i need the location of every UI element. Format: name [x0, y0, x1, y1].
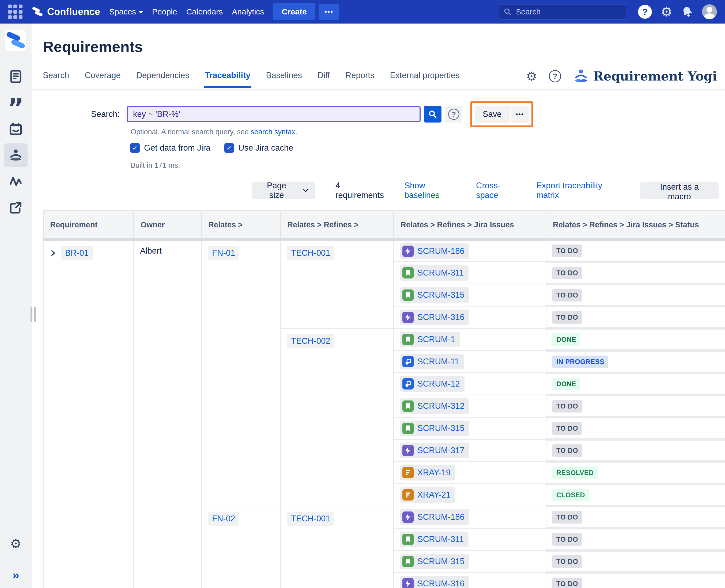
jira-issue-link[interactable]: SCRUM-12: [400, 376, 464, 392]
expand-sidebar-icon[interactable]: »: [12, 569, 19, 581]
activity-icon[interactable]: [4, 170, 27, 193]
nav-spaces[interactable]: Spaces: [109, 7, 143, 16]
jira-issue-link[interactable]: SCRUM-315: [400, 554, 469, 569]
external-link-icon[interactable]: [4, 196, 27, 219]
calendar-icon[interactable]: [4, 117, 27, 141]
jira-issue-link[interactable]: XRAY-19: [400, 465, 456, 480]
refines-link[interactable]: TECH-001: [287, 246, 335, 260]
requirements-count: 4 requirements: [336, 181, 390, 200]
refines-link[interactable]: TECH-002: [287, 334, 335, 348]
jira-issue-cell: SCRUM-315: [394, 550, 546, 573]
column-header: Relates >: [202, 211, 281, 240]
status-badge: TO DO: [552, 555, 582, 568]
page-size-dropdown[interactable]: Page size: [252, 182, 315, 199]
search-label: Search:: [91, 109, 120, 119]
save-more-button[interactable]: •••: [511, 106, 529, 123]
tab-dependencies[interactable]: Dependencies: [136, 71, 189, 87]
cross-space-link[interactable]: Cross-space: [476, 181, 522, 200]
search-syntax-link[interactable]: search syntax: [250, 128, 295, 136]
create-button[interactable]: Create: [273, 3, 315, 20]
status-cell: CLOSED: [546, 484, 725, 506]
jira-issue-link[interactable]: SCRUM-311: [400, 265, 468, 281]
confluence-space-icon[interactable]: [5, 30, 26, 51]
jira-issue-link[interactable]: SCRUM-315: [400, 287, 469, 303]
column-header: Relates > Refines > Jira Issues > Status: [546, 211, 725, 240]
status-cell: DONE: [546, 329, 725, 351]
jira-issue-link[interactable]: SCRUM-317: [400, 443, 469, 458]
tab-search[interactable]: Search: [43, 71, 69, 87]
brand-name: Requirement Yogi: [593, 69, 717, 83]
show-baselines-link[interactable]: Show baselines: [404, 181, 462, 200]
jira-issue-link[interactable]: SCRUM-186: [400, 244, 469, 259]
top-navigation-bar: Confluence Spaces People Calendars Analy…: [0, 0, 725, 24]
tab-coverage[interactable]: Coverage: [85, 71, 120, 87]
global-search-input[interactable]: [516, 7, 621, 17]
build-time: Built in 171 ms.: [130, 161, 725, 170]
status-cell: TO DO: [546, 284, 725, 306]
epic-icon: [402, 246, 414, 257]
app-grid-icon[interactable]: [8, 4, 22, 19]
jira-issue-link[interactable]: SCRUM-315: [400, 421, 469, 436]
jira-issue-cell: SCRUM-1: [394, 329, 546, 351]
global-search[interactable]: [499, 4, 626, 20]
jira-issue-link[interactable]: SCRUM-311: [400, 531, 468, 547]
tab-diff[interactable]: Diff: [318, 71, 330, 87]
insert-as-macro-button[interactable]: Insert as a macro: [640, 182, 719, 199]
save-button[interactable]: Save: [475, 106, 510, 123]
jira-issue-cell: SCRUM-317: [394, 440, 546, 462]
table-toolbar: Page size – 4 requirements – Show baseli…: [32, 181, 725, 200]
jira-issue-link[interactable]: SCRUM-1: [400, 332, 460, 347]
relates-link[interactable]: FN-01: [208, 246, 239, 260]
gear-icon[interactable]: ⚙: [661, 5, 672, 18]
status-badge: TO DO: [552, 444, 582, 457]
search-help-button[interactable]: ?: [445, 106, 462, 123]
tab-external-properties[interactable]: External properties: [390, 71, 459, 87]
story-icon: [402, 267, 414, 278]
nav-people[interactable]: People: [152, 7, 177, 16]
refines-link[interactable]: TECH-001: [287, 512, 335, 526]
export-traceability-link[interactable]: Export traceability matrix: [536, 181, 626, 200]
checkbox-get-data-from-jira[interactable]: ✓ Get data from Jira: [130, 143, 210, 153]
tab-reports[interactable]: Reports: [345, 71, 375, 87]
jira-issue-link[interactable]: XRAY-21: [400, 487, 456, 503]
yogi-logo-icon: [573, 68, 589, 84]
jira-issue-link[interactable]: SCRUM-186: [400, 509, 469, 525]
checkbox-use-jira-cache[interactable]: ✓ Use Jira cache: [224, 143, 293, 153]
jira-issue-link[interactable]: SCRUM-11: [400, 354, 464, 370]
search-icon: [504, 8, 511, 16]
epic-icon: [402, 312, 414, 323]
jira-issue-link[interactable]: SCRUM-316: [400, 310, 469, 325]
notification-bell-icon[interactable]: [680, 4, 695, 20]
tab-baselines[interactable]: Baselines: [266, 71, 302, 87]
help-icon[interactable]: ?: [638, 5, 652, 19]
page-title: Requirements: [43, 38, 725, 55]
avatar[interactable]: [702, 4, 717, 19]
relates-link[interactable]: FN-02: [208, 512, 239, 526]
query-input[interactable]: [127, 106, 421, 122]
status-badge: RESOLVED: [552, 466, 598, 479]
test-icon: [402, 489, 414, 501]
main-content: Requirements Search Coverage Dependencie…: [32, 24, 725, 588]
confluence-logo[interactable]: Confluence: [32, 6, 100, 18]
epic-icon: [402, 578, 414, 588]
sidebar-resize-handle[interactable]: [31, 307, 36, 322]
requirement-yogi-icon[interactable]: [4, 143, 27, 167]
jira-issue-link[interactable]: SCRUM-316: [400, 576, 469, 588]
traceability-settings-icon[interactable]: ⚙: [526, 70, 537, 82]
nav-calendars[interactable]: Calendars: [186, 7, 223, 16]
help-circle-icon[interactable]: ?: [549, 70, 561, 82]
settings-gear-icon[interactable]: ⚙: [10, 537, 21, 550]
question-circle-icon: ?: [448, 109, 459, 120]
jira-issue-link[interactable]: SCRUM-312: [400, 398, 469, 414]
nav-analytics[interactable]: Analytics: [232, 7, 264, 16]
requirement-link[interactable]: BR-01: [61, 246, 93, 260]
nav-more-button[interactable]: •••: [319, 4, 339, 20]
jira-issue-cell: SCRUM-315: [394, 284, 546, 306]
jira-issue-cell: XRAY-19: [394, 462, 546, 484]
search-button[interactable]: [424, 106, 442, 123]
jira-issue-cell: SCRUM-186: [394, 506, 546, 528]
tab-traceability[interactable]: Traceability: [205, 71, 250, 87]
quotes-icon[interactable]: ”: [4, 91, 27, 114]
pages-icon[interactable]: [4, 65, 27, 88]
expand-chevron-icon[interactable]: [49, 250, 57, 256]
